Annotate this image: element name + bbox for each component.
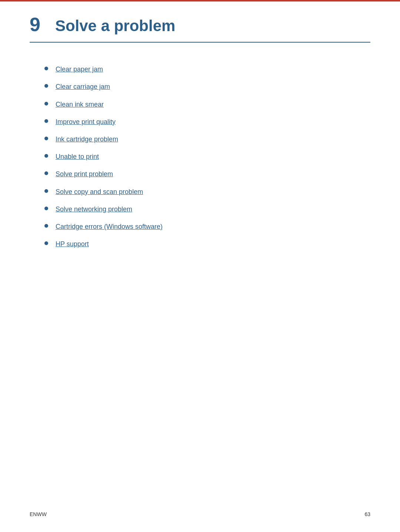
bullet-dot — [44, 189, 48, 193]
link-unable-to-print[interactable]: Unable to print — [56, 152, 99, 161]
list-item: Ink cartridge problem — [44, 135, 370, 144]
content-section: Clear paper jamClear carriage jamClean i… — [30, 65, 370, 249]
list-item: Clear carriage jam — [44, 82, 370, 91]
link-clear-carriage-jam[interactable]: Clear carriage jam — [56, 82, 110, 91]
page-container: 9 Solve a problem Clear paper jamClear c… — [0, 0, 400, 532]
bullet-dot — [44, 154, 48, 158]
list-item: Cartridge errors (Windows software) — [44, 222, 370, 231]
bullet-dot — [44, 224, 48, 228]
bullet-dot — [44, 137, 48, 140]
link-cartridge-errors-windows[interactable]: Cartridge errors (Windows software) — [56, 222, 163, 231]
top-border — [0, 0, 400, 1]
header-section: 9 Solve a problem — [30, 0, 370, 43]
link-ink-cartridge-problem[interactable]: Ink cartridge problem — [56, 135, 118, 144]
link-clean-ink-smear[interactable]: Clean ink smear — [56, 100, 104, 109]
bullet-list: Clear paper jamClear carriage jamClean i… — [44, 65, 370, 249]
list-item: Solve networking problem — [44, 205, 370, 214]
bullet-dot — [44, 207, 48, 210]
link-clear-paper-jam[interactable]: Clear paper jam — [56, 65, 103, 74]
footer: ENWW 63 — [30, 511, 370, 517]
link-solve-print-problem[interactable]: Solve print problem — [56, 170, 113, 179]
bullet-dot — [44, 119, 48, 123]
link-improve-print-quality[interactable]: Improve print quality — [56, 117, 116, 127]
list-item: Clear paper jam — [44, 65, 370, 74]
list-item: Solve copy and scan problem — [44, 187, 370, 197]
list-item: Improve print quality — [44, 117, 370, 127]
link-hp-support[interactable]: HP support — [56, 240, 89, 249]
list-item: HP support — [44, 240, 370, 249]
list-item: Unable to print — [44, 152, 370, 161]
footer-left: ENWW — [30, 511, 47, 517]
footer-right: 63 — [364, 511, 370, 517]
link-solve-networking-problem[interactable]: Solve networking problem — [56, 205, 132, 214]
chapter-number: 9 — [30, 15, 40, 34]
bullet-dot — [44, 67, 48, 70]
link-solve-copy-scan-problem[interactable]: Solve copy and scan problem — [56, 187, 143, 197]
bullet-dot — [44, 171, 48, 175]
list-item: Clean ink smear — [44, 100, 370, 109]
bullet-dot — [44, 84, 48, 88]
chapter-title: Solve a problem — [55, 17, 175, 34]
list-item: Solve print problem — [44, 170, 370, 179]
bullet-dot — [44, 102, 48, 106]
bullet-dot — [44, 241, 48, 245]
